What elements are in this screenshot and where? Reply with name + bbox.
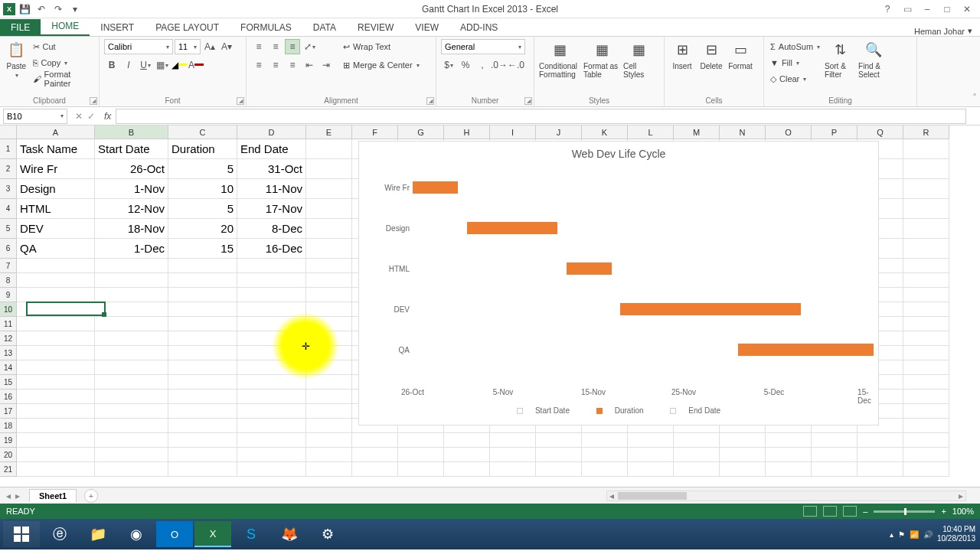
tab-data[interactable]: DATA xyxy=(302,19,347,36)
column-header-A[interactable]: A xyxy=(17,126,95,139)
decrease-decimal-icon[interactable]: ←.0 xyxy=(508,57,524,73)
row-header-13[interactable]: 13 xyxy=(0,346,17,360)
cell-Q19[interactable] xyxy=(858,433,903,448)
align-right-icon[interactable]: ≡ xyxy=(285,57,300,73)
tray-network-icon[interactable]: 📶 xyxy=(910,530,919,539)
row-header-2[interactable]: 2 xyxy=(0,159,17,179)
cell-E14[interactable] xyxy=(306,360,352,375)
tab-file[interactable]: FILE xyxy=(0,19,41,36)
cell-R20[interactable] xyxy=(903,448,949,462)
cell-Q21[interactable] xyxy=(858,462,903,477)
cell-Q20[interactable] xyxy=(858,448,903,462)
cancel-formula-icon[interactable]: ✕ xyxy=(75,111,83,122)
cell-D2[interactable]: 31-Oct xyxy=(237,159,306,179)
cell-B8[interactable] xyxy=(95,273,168,288)
taskbar-excel-icon[interactable]: X xyxy=(194,521,231,547)
decrease-indent-icon[interactable]: ⇤ xyxy=(302,57,317,73)
cell-D10[interactable] xyxy=(237,302,306,317)
row-header-17[interactable]: 17 xyxy=(0,404,17,419)
cell-A13[interactable] xyxy=(17,346,95,360)
cell-J20[interactable] xyxy=(536,448,582,462)
decrease-font-icon[interactable]: A▾ xyxy=(219,39,234,54)
taskbar-clock[interactable]: 10:40 PM10/28/2013 xyxy=(937,525,975,543)
cell-C5[interactable]: 20 xyxy=(168,219,237,239)
cell-D8[interactable] xyxy=(237,273,306,288)
alignment-launcher[interactable]: ◢ xyxy=(426,97,434,105)
cell-E7[interactable] xyxy=(306,259,352,273)
cell-M19[interactable] xyxy=(674,433,720,448)
cell-B11[interactable] xyxy=(95,317,168,331)
cell-C18[interactable] xyxy=(168,419,237,433)
cell-F20[interactable] xyxy=(352,448,398,462)
cell-D18[interactable] xyxy=(237,419,306,433)
cell-C1[interactable]: Duration xyxy=(168,139,237,159)
chart-bar[interactable] xyxy=(738,344,874,356)
cell-R14[interactable] xyxy=(903,360,949,375)
increase-decimal-icon[interactable]: .0→ xyxy=(492,57,507,73)
cell-R10[interactable] xyxy=(903,302,949,317)
cell-R5[interactable] xyxy=(903,219,949,239)
cell-D15[interactable] xyxy=(237,375,306,390)
row-header-15[interactable]: 15 xyxy=(0,375,17,390)
conditional-formatting-button[interactable]: ▦Conditional Formatting xyxy=(539,39,580,95)
cell-E5[interactable] xyxy=(306,219,352,239)
chart-bar[interactable] xyxy=(567,262,612,275)
enter-formula-icon[interactable]: ✓ xyxy=(87,111,95,122)
cell-R1[interactable] xyxy=(903,139,949,159)
cell-K19[interactable] xyxy=(582,433,628,448)
cell-R21[interactable] xyxy=(903,462,949,477)
add-sheet-button[interactable]: + xyxy=(84,489,98,503)
row-header-10[interactable]: 10 xyxy=(0,302,17,317)
chart-bar[interactable] xyxy=(467,222,557,234)
cell-C21[interactable] xyxy=(168,462,237,477)
cell-E3[interactable] xyxy=(306,179,352,199)
format-as-table-button[interactable]: ▦Format as Table xyxy=(583,39,620,95)
cell-E18[interactable] xyxy=(306,419,352,433)
cell-D4[interactable]: 17-Nov xyxy=(237,199,306,219)
cell-M20[interactable] xyxy=(674,448,720,462)
cell-R2[interactable] xyxy=(903,159,949,179)
cell-B12[interactable] xyxy=(95,331,168,346)
cell-C16[interactable] xyxy=(168,390,237,404)
autosum-button[interactable]: ΣAutoSum▾ xyxy=(769,39,822,54)
format-button[interactable]: ▭Format xyxy=(727,39,753,95)
cell-A11[interactable] xyxy=(17,317,95,331)
cell-C3[interactable]: 10 xyxy=(168,179,237,199)
taskbar-skype-icon[interactable]: S xyxy=(233,521,270,547)
cell-B21[interactable] xyxy=(95,462,168,477)
paste-button[interactable]: 📋 Paste▾ xyxy=(5,39,28,95)
cell-B2[interactable]: 26-Oct xyxy=(95,159,168,179)
taskbar-app-icon[interactable]: ⚙ xyxy=(309,521,346,547)
column-header-P[interactable]: P xyxy=(812,126,858,139)
cell-K21[interactable] xyxy=(582,462,628,477)
cell-A15[interactable] xyxy=(17,375,95,390)
cell-H19[interactable] xyxy=(444,433,490,448)
cell-R18[interactable] xyxy=(903,419,949,433)
cell-B19[interactable] xyxy=(95,433,168,448)
chart-bar[interactable] xyxy=(413,181,458,194)
tab-page-layout[interactable]: PAGE LAYOUT xyxy=(145,19,230,36)
row-header-18[interactable]: 18 xyxy=(0,419,17,433)
cell-N19[interactable] xyxy=(720,433,766,448)
cell-A17[interactable] xyxy=(17,404,95,419)
zoom-level[interactable]: 100% xyxy=(952,507,974,516)
row-header-20[interactable]: 20 xyxy=(0,448,17,462)
insert-button[interactable]: ⊞Insert xyxy=(669,39,695,95)
cell-D19[interactable] xyxy=(237,433,306,448)
column-header-Q[interactable]: Q xyxy=(858,126,903,139)
zoom-out-icon[interactable]: – xyxy=(863,507,867,516)
sheet-nav-prev-icon[interactable]: ◂ xyxy=(6,491,11,501)
taskbar-explorer-icon[interactable]: 📁 xyxy=(80,521,116,547)
cell-R16[interactable] xyxy=(903,390,949,404)
cell-A8[interactable] xyxy=(17,273,95,288)
cell-F19[interactable] xyxy=(352,433,398,448)
gantt-chart[interactable]: Web Dev Life Cycle Wire FrDesignHTMLDEVQ… xyxy=(358,141,879,425)
cell-F21[interactable] xyxy=(352,462,398,477)
taskbar-firefox-icon[interactable]: 🦊 xyxy=(271,521,308,547)
cell-D1[interactable]: End Date xyxy=(237,139,306,159)
horizontal-scrollbar[interactable]: ◂▸ xyxy=(606,491,966,501)
copy-button[interactable]: ⎘Copy▾ xyxy=(31,55,94,70)
font-size-select[interactable]: 11▾ xyxy=(175,39,201,54)
cell-E17[interactable] xyxy=(306,404,352,419)
redo-icon[interactable]: ↷ xyxy=(51,2,66,17)
